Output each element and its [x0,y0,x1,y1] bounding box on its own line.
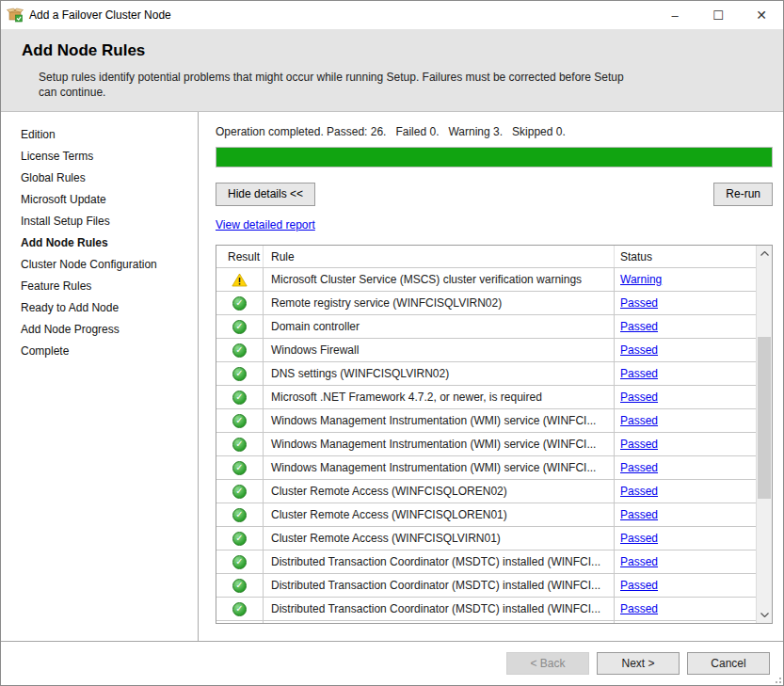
passed-icon: ✓ [232,296,247,311]
result-cell: ✓ [216,409,264,432]
result-cell: ✓ [216,527,264,550]
window-title: Add a Failover Cluster Node [29,8,653,22]
sidebar-item-ready-to-add-node: Ready to Add Node [1,297,198,319]
table-row[interactable]: ✓Windows Management Instrumentation (WMI… [216,433,756,456]
table-row[interactable]: ✓Distributed Transaction Coordinator (MS… [216,574,756,598]
rule-cell: Distributed Transaction Coordinator (MSD… [264,550,615,573]
passed-icon: ✓ [232,555,247,569]
rerun-button[interactable]: Re-run [713,183,773,206]
passed-icon: ✓ [232,508,247,522]
status-link[interactable]: Passed [620,555,658,568]
table-row[interactable]: ✓Windows Management Instrumentation (WMI… [216,409,756,433]
status-link[interactable]: Passed [620,602,658,615]
table-row[interactable]: ✓Domain controllerPassed [216,315,756,339]
wizard-header: Add Node Rules Setup rules identify pote… [1,29,783,112]
result-cell: ✓ [216,339,264,361]
result-cell: ✓ [216,433,264,455]
status-cell: Passed [615,386,756,408]
status-link[interactable]: Passed [620,508,658,521]
status-cell: Warning [615,268,756,291]
table-row[interactable]: ✓Cluster Remote Access (WINFCISQLOREN02)… [216,480,756,503]
table-scrollbar[interactable] [756,246,772,623]
status-cell: Passed [615,503,756,526]
rule-cell: Remote registry service (WINFCISQLVIRN02… [264,292,615,314]
maximize-button[interactable]: ☐ [696,1,740,29]
wizard-window: Add a Failover Cluster Node – ☐ ✕ Add No… [0,0,784,686]
rule-cell: Distributed Transaction Coordinator (MSD… [264,598,615,620]
status-link[interactable]: Passed [620,296,658,310]
sidebar-item-feature-rules: Feature Rules [1,276,198,297]
resize-grip[interactable] [774,676,781,683]
column-header-result[interactable]: Result [216,246,264,267]
main-content: Operation completed. Passed: 26. Failed … [199,112,784,643]
sidebar-item-cluster-node-configuration: Cluster Node Configuration [1,254,198,276]
rule-cell: Windows Management Instrumentation (WMI)… [264,433,615,455]
rule-cell: Cluster Remote Access (WINFCISQLVIRN01) [264,527,615,550]
sidebar-item-microsoft-update: Microsoft Update [1,189,198,211]
status-link[interactable]: Warning [620,273,662,286]
status-link[interactable]: Passed [620,367,658,380]
passed-icon: ✓ [232,602,247,616]
close-button[interactable]: ✕ [740,1,783,29]
status-link[interactable]: Passed [620,485,658,498]
result-cell: ✓ [216,386,264,408]
minimize-button[interactable]: – [653,1,696,29]
table-row-partial [216,621,756,623]
status-link[interactable]: Passed [620,343,658,357]
passed-icon: ✓ [232,438,247,452]
rule-cell: Distributed Transaction Coordinator (MSD… [264,574,615,597]
status-cell: Passed [615,598,756,620]
table-row[interactable]: ✓Windows FirewallPassed [216,339,756,362]
result-cell: ✓ [216,480,264,503]
table-row[interactable]: ✓Remote registry service (WINFCISQLVIRN0… [216,292,756,315]
next-button[interactable]: Next > [597,652,680,675]
status-link[interactable]: Passed [620,320,658,333]
rules-results-table: Result Rule Status Microsoft Cluster Ser… [216,245,773,624]
rule-cell: DNS settings (WINFCISQLVIRN02) [264,362,615,385]
sidebar-item-add-node-rules: Add Node Rules [1,232,198,254]
status-cell: Passed [615,574,756,597]
column-header-status[interactable]: Status [615,246,756,267]
cancel-button[interactable]: Cancel [687,652,770,675]
scrollbar-thumb[interactable] [758,337,771,499]
footer-bar: < Back Next > Cancel [1,641,783,685]
scroll-up-icon[interactable] [757,246,772,262]
result-cell: ✓ [216,362,264,385]
status-link[interactable]: Passed [620,438,658,451]
status-link[interactable]: Passed [620,461,658,474]
column-header-rule[interactable]: Rule [264,246,615,267]
passed-icon: ✓ [232,320,247,334]
rule-cell: Cluster Remote Access (WINFCISQLOREN02) [264,480,615,503]
rule-cell: Windows Firewall [264,339,615,361]
table-row[interactable]: Microsoft Cluster Service (MSCS) cluster… [216,268,756,292]
passed-icon: ✓ [232,367,247,381]
sidebar-item-install-setup-files: Install Setup Files [1,211,198,232]
table-row[interactable]: ✓Distributed Transaction Coordinator (MS… [216,598,756,621]
table-row[interactable]: ✓Windows Management Instrumentation (WMI… [216,456,756,480]
table-row[interactable]: ✓Distributed Transaction Coordinator (MS… [216,550,756,574]
status-link[interactable]: Passed [620,414,658,427]
scroll-down-icon[interactable] [757,607,772,623]
hide-details-button[interactable]: Hide details << [216,183,315,206]
status-link[interactable]: Passed [620,391,658,404]
status-link[interactable]: Passed [620,579,658,592]
passed-icon: ✓ [232,343,247,358]
status-cell: Passed [615,292,756,314]
table-row[interactable]: ✓Microsoft .NET Framework 4.7.2, or newe… [216,386,756,409]
status-cell: Passed [615,480,756,503]
result-cell: ✓ [216,503,264,526]
rule-cell: Windows Management Instrumentation (WMI)… [264,409,615,432]
page-title: Add Node Rules [22,41,783,60]
page-description: Setup rules identify potential problems … [22,70,638,100]
rule-cell: Domain controller [264,315,615,338]
passed-icon: ✓ [232,391,247,405]
result-cell: ✓ [216,574,264,597]
table-row[interactable]: ✓Cluster Remote Access (WINFCISQLOREN01)… [216,503,756,527]
status-link[interactable]: Passed [620,532,658,545]
rule-cell: Cluster Remote Access (WINFCISQLOREN01) [264,503,615,526]
title-bar: Add a Failover Cluster Node – ☐ ✕ [1,1,783,29]
table-row[interactable]: ✓Cluster Remote Access (WINFCISQLVIRN01)… [216,527,756,550]
table-row[interactable]: ✓DNS settings (WINFCISQLVIRN02)Passed [216,362,756,386]
view-detailed-report-link[interactable]: View detailed report [216,218,315,231]
rule-cell: Windows Management Instrumentation (WMI)… [264,456,615,479]
